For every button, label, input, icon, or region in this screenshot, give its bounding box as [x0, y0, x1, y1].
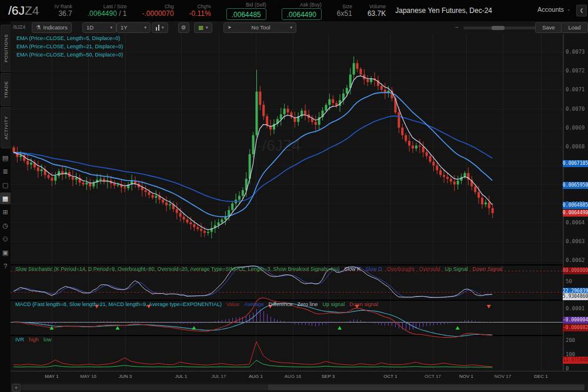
- chg-pct-field: Chg% -0.11%: [189, 4, 211, 18]
- ema21-legend[interactable]: EMA (Price=CLOSE, Length=21, Displace=0): [16, 44, 128, 49]
- scrollbar-track[interactable]: [21, 384, 584, 390]
- grid-icon[interactable]: ⊞: [0, 206, 11, 218]
- indicator-title: EMA (Price=CLOSE, Length=50, Displace=0): [16, 52, 123, 58]
- clock-icon[interactable]: ◷: [0, 220, 11, 231]
- chevron-down-icon: ▾: [162, 23, 164, 32]
- accounts-menu[interactable]: Accounts ⌄: [537, 6, 570, 13]
- price-badge: 0.0067105: [563, 160, 588, 167]
- stochastic-badge: 5.9304860: [563, 293, 588, 300]
- legend-item: Difference: [269, 301, 293, 307]
- calendar-icon[interactable]: ▣: [0, 247, 11, 258]
- trading-app: { "header": { "symbol_main": "/6J", "sym…: [0, 0, 588, 392]
- chevron-down-icon: ⌄: [567, 7, 570, 12]
- macd-badge: -0.0000040: [563, 317, 588, 324]
- date-label: SEP 3: [315, 374, 341, 379]
- legend-item: Zero line: [298, 301, 318, 307]
- zoom-out-icon[interactable]: −: [455, 24, 459, 31]
- date-label: JUN 3: [112, 374, 138, 379]
- chg-field: Chg -.0000070: [142, 4, 174, 18]
- iv-rank-field: IV Rank 36.7: [55, 4, 72, 18]
- candlestick-icon: [156, 25, 159, 31]
- price-tick: 0.0068: [566, 144, 585, 150]
- flask-icon: ⚗: [36, 23, 41, 32]
- legend-item: Slow D: [365, 266, 382, 272]
- date-label: OCT 1: [377, 374, 403, 379]
- chart-symbol-label: /6JZ4: [13, 24, 25, 30]
- price-tick: 0.0064: [566, 220, 585, 225]
- help-icon[interactable]: ?: [0, 260, 11, 272]
- news-icon[interactable]: ▤: [0, 152, 11, 164]
- price-tick: 0.0073: [566, 49, 585, 55]
- chart-settings-button[interactable]: ⚙: [178, 22, 189, 33]
- drawing-tool-dropdown[interactable]: ➤ No Tool ▾: [223, 22, 296, 33]
- load-button[interactable]: Load: [561, 22, 588, 33]
- ivr-legend[interactable]: IVRhighlow: [15, 337, 550, 343]
- ivr-tick: 0: [566, 366, 569, 371]
- indicator-title: Slow Stochastic (K Period=14, D Period=9…: [15, 266, 339, 272]
- price-badge: 0.0064490: [563, 210, 588, 217]
- chart-icon[interactable]: ▦: [0, 192, 11, 204]
- legend-item: high: [29, 337, 39, 343]
- legend-item: Slow K: [344, 266, 360, 272]
- symbol-title: /6JZ4: [8, 4, 39, 18]
- price-tick: 0.0072: [566, 68, 585, 74]
- macd-badge: -0.0000820: [563, 324, 588, 331]
- stochastic-legend[interactable]: Slow Stochastic (K Period=14, D Period=9…: [15, 266, 550, 272]
- layout-dropdown[interactable]: ▦ ▾: [194, 22, 212, 33]
- date-label: OCT 17: [420, 374, 446, 379]
- zoom-slider-handle[interactable]: [492, 26, 505, 30]
- legend-item: Up Signal: [445, 266, 468, 272]
- macd-tick: 0.0001: [566, 305, 585, 311]
- save-button[interactable]: Save: [535, 22, 562, 33]
- indicator-title: EMA (Price=CLOSE, Length=21, Displace=0): [16, 44, 123, 49]
- date-label: AUG 16: [280, 374, 306, 379]
- size-field: Size 6x51: [337, 4, 352, 18]
- bid-button: .0064485: [226, 8, 266, 20]
- indicator-title: IVR: [15, 337, 24, 343]
- users-icon[interactable]: ⚇: [0, 233, 11, 245]
- last-size-field: Last / Size .0064490 / 1: [88, 4, 127, 18]
- scrollbar-thumb[interactable]: [268, 384, 584, 390]
- date-label: NOV 17: [490, 374, 516, 379]
- timeframe-dropdown[interactable]: 1D▾: [82, 22, 116, 33]
- macd-legend[interactable]: MACD (Fast length=8, Slow length=21, MAC…: [15, 301, 550, 307]
- ema5-legend[interactable]: EMA (Price=CLOSE, Length=5, Displace=0): [16, 35, 125, 41]
- chevron-down-icon: ▾: [206, 23, 208, 32]
- ask-field[interactable]: Ask (Buy) .0064490: [282, 2, 322, 20]
- stochastic-badge: 80.0000000: [563, 267, 588, 274]
- watchlist-icon[interactable]: ≣: [0, 165, 11, 177]
- monitor-icon[interactable]: ▢: [0, 179, 11, 191]
- bid-field[interactable]: Bid (Sell) .0064485: [226, 2, 266, 20]
- price-tick: 0.0069: [566, 125, 585, 131]
- price-tick: 0.0070: [566, 106, 585, 112]
- date-label: JUL 1: [168, 374, 194, 379]
- legend-item: Down signal: [349, 301, 378, 307]
- add-symbol-button[interactable]: +: [12, 384, 21, 392]
- left-rail: POSITIONS TRADE ACTIVITY ▤≣▢▦⊞◷⚇▣?: [0, 21, 11, 392]
- tab-trade[interactable]: TRADE: [1, 73, 11, 106]
- stochastic-tick: 50: [566, 278, 572, 284]
- quote-header: /6JZ4 IV Rank 36.7 Last / Size .0064490 …: [0, 0, 588, 22]
- date-label: DEC 1: [528, 374, 554, 379]
- date-label: JUL 17: [206, 374, 232, 379]
- date-label: NOV 1: [453, 374, 479, 379]
- grid-layout-icon: ▦: [198, 23, 203, 32]
- ema50-legend[interactable]: EMA (Price=CLOSE, Length=50, Displace=0): [16, 52, 128, 58]
- indicators-button[interactable]: ⚗ Indicators: [32, 22, 72, 33]
- legend-item: Oversold: [419, 266, 440, 272]
- price-tick: 0.0071: [566, 87, 585, 92]
- indicator-title: MACD (Fast length=8, Slow length=21, MAC…: [15, 301, 222, 307]
- chart-toolbar: /6JZ4 ⚗ Indicators 1D▾ 1Y▾ ▾ ⚙ ▦ ▾ ➤ No …: [11, 21, 588, 35]
- legend-item: Up signal: [323, 301, 345, 307]
- collapse-panel-button[interactable]: ❮: [576, 5, 587, 16]
- ivr-badge: 11.9758400: [563, 357, 588, 364]
- range-dropdown[interactable]: 1Y▾: [116, 22, 151, 33]
- tab-positions[interactable]: POSITIONS: [1, 25, 11, 72]
- legend-item: Average: [244, 301, 263, 307]
- chart-type-dropdown[interactable]: ▾: [152, 22, 168, 33]
- cursor-icon: ➤: [228, 23, 232, 32]
- zoom-slider[interactable]: [463, 26, 537, 29]
- price-chart-canvas[interactable]: [11, 34, 563, 381]
- chevron-down-icon: ▾: [110, 23, 112, 32]
- tab-activity[interactable]: ACTIVITY: [1, 107, 11, 148]
